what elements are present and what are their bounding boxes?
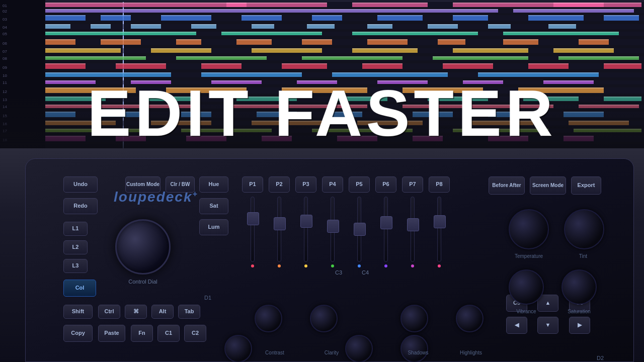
- d1-label: D1: [204, 295, 211, 301]
- lum-button[interactable]: Lum: [199, 219, 228, 235]
- shadows-label: Shadows: [398, 350, 438, 355]
- fader-handle-4[interactable]: [327, 220, 339, 233]
- col-button[interactable]: Col: [63, 280, 96, 297]
- fader-track-3: [304, 197, 308, 262]
- fader-handle-8[interactable]: [434, 215, 446, 228]
- fader-handle-2[interactable]: [274, 217, 286, 230]
- before-after-button[interactable]: Before After: [489, 176, 525, 195]
- bottom-knob-4[interactable]: [456, 305, 484, 332]
- fader-track-2: [277, 197, 281, 262]
- vibrance-label: Vibrance: [501, 309, 551, 314]
- control-dial[interactable]: [115, 219, 171, 275]
- alt-button[interactable]: Alt: [151, 305, 174, 319]
- bottom-knob-2[interactable]: [310, 305, 338, 332]
- fader-track-6: [384, 197, 388, 262]
- arrow-right-button[interactable]: ▶: [569, 317, 590, 334]
- fader-track-5: [357, 197, 361, 262]
- p5-button[interactable]: P5: [349, 176, 370, 193]
- saturation-label: Saturation: [554, 309, 604, 314]
- cmd-button[interactable]: ⌘: [125, 305, 147, 319]
- d2-label: D2: [597, 355, 604, 361]
- fader-handle-3[interactable]: [300, 215, 312, 228]
- ctrl-button[interactable]: Ctrl: [98, 305, 120, 319]
- shift-button[interactable]: Shift: [63, 305, 93, 319]
- fader-dot-1: [251, 264, 254, 267]
- c2-button[interactable]: C2: [184, 325, 206, 342]
- sat-button[interactable]: Sat: [199, 198, 228, 214]
- export-button[interactable]: Export: [571, 176, 601, 195]
- fader-handle-7[interactable]: [407, 218, 419, 231]
- p1-button[interactable]: P1: [242, 176, 263, 193]
- custom-mode-button[interactable]: Custom Mode: [125, 176, 160, 193]
- device-body: loupedeck+ Undo Redo L1 L2 L3 Col Custom…: [25, 158, 634, 362]
- tint-label: Tint: [563, 253, 603, 259]
- p7-button[interactable]: P7: [402, 176, 423, 193]
- edit-faster-overlay: EDIT FASTER: [0, 78, 644, 148]
- fader-dot-4: [331, 264, 334, 267]
- bottom-knob-1[interactable]: [255, 305, 282, 332]
- tint-knob[interactable]: [564, 209, 604, 249]
- vibrance-knob[interactable]: [509, 269, 544, 305]
- fader-handle-1[interactable]: [247, 212, 259, 225]
- fader-dot-8: [438, 264, 441, 267]
- device-section: loupedeck+ Undo Redo L1 L2 L3 Col Custom…: [0, 148, 644, 362]
- p3-button[interactable]: P3: [295, 176, 316, 193]
- tab-button[interactable]: Tab: [178, 305, 200, 319]
- fader-handle-6[interactable]: [380, 216, 392, 229]
- c3-label: C3: [335, 269, 342, 276]
- fader-track-1: [251, 197, 255, 262]
- saturation-knob[interactable]: [561, 269, 597, 305]
- screen-mode-button[interactable]: Screen Mode: [530, 176, 566, 195]
- fader-track-7: [411, 197, 415, 262]
- arrow-down-button[interactable]: ▼: [537, 317, 558, 334]
- bottom-knob-5[interactable]: [224, 335, 252, 362]
- fader-dot-5: [358, 264, 361, 267]
- p4-button[interactable]: P4: [322, 176, 343, 193]
- fader-dot-6: [384, 264, 387, 267]
- clr-bw-button[interactable]: Clr / BW: [166, 176, 195, 193]
- fader-dot-7: [411, 264, 414, 267]
- undo-button[interactable]: Undo: [63, 176, 98, 193]
- l2-button[interactable]: L2: [63, 240, 88, 254]
- c4-label: C4: [362, 269, 369, 276]
- copy-button[interactable]: Copy: [63, 325, 93, 342]
- p6-button[interactable]: P6: [375, 176, 396, 193]
- clarity-label: Clarity: [311, 350, 352, 355]
- p8-button[interactable]: P8: [429, 176, 450, 193]
- l1-button[interactable]: L1: [63, 222, 88, 236]
- daw-timeline: EDIT FASTER: [0, 0, 644, 148]
- temperature-label: Temperature: [499, 253, 559, 259]
- bottom-knob-6[interactable]: [345, 335, 373, 362]
- control-dial-label: Control Dial: [115, 279, 171, 285]
- redo-button[interactable]: Redo: [63, 198, 98, 214]
- hue-button[interactable]: Hue: [199, 176, 228, 193]
- p2-button[interactable]: P2: [269, 176, 290, 193]
- arrow-left-button[interactable]: ◀: [506, 317, 527, 334]
- bottom-knob-7[interactable]: [400, 335, 428, 362]
- fader-track-4: [331, 197, 335, 262]
- contrast-label: Contrast: [255, 350, 295, 355]
- c1-button[interactable]: C1: [157, 325, 180, 342]
- bottom-knob-3[interactable]: [400, 305, 428, 332]
- fader-handle-5[interactable]: [354, 223, 366, 236]
- edit-faster-text: EDIT FASTER: [87, 75, 556, 148]
- highlights-label: Highlights: [451, 350, 491, 355]
- l3-button[interactable]: L3: [63, 259, 88, 273]
- paste-button[interactable]: Paste: [98, 325, 125, 342]
- fn-button[interactable]: Fn: [131, 325, 153, 342]
- fader-track-8: [437, 197, 441, 262]
- fader-dot-3: [304, 264, 307, 267]
- temperature-knob[interactable]: [509, 209, 549, 249]
- fader-dot-2: [278, 264, 281, 267]
